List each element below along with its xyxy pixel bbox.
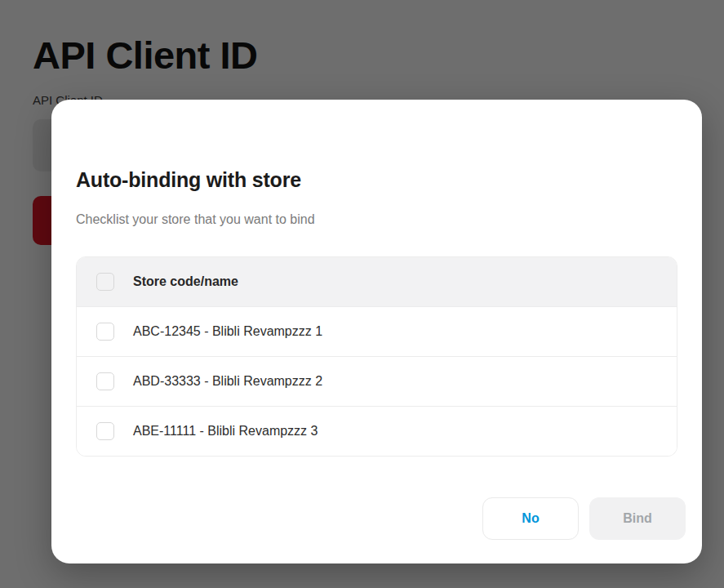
table-row: ABE-11111 - Blibli Revampzzz 3 bbox=[77, 406, 677, 456]
table-header-row: Store code/name bbox=[77, 257, 677, 306]
modal-footer: No Bind bbox=[76, 497, 686, 540]
store-label: ABC-12345 - Blibli Revampzzz 1 bbox=[133, 324, 322, 339]
modal-subtitle: Checklist your store that you want to bi… bbox=[76, 211, 677, 229]
select-all-checkbox[interactable] bbox=[96, 273, 114, 291]
table-row: ABD-33333 - Blibli Revampzzz 2 bbox=[77, 356, 677, 406]
table-row: ABC-12345 - Blibli Revampzzz 1 bbox=[77, 306, 677, 356]
bind-button[interactable]: Bind bbox=[589, 497, 686, 540]
store-label: ABE-11111 - Blibli Revampzzz 3 bbox=[133, 424, 318, 439]
auto-binding-modal: Auto-binding with store Checklist your s… bbox=[51, 100, 702, 564]
store-checkbox[interactable] bbox=[96, 422, 114, 440]
modal-title: Auto-binding with store bbox=[76, 100, 677, 193]
store-checkbox[interactable] bbox=[96, 372, 114, 390]
table-header-label: Store code/name bbox=[133, 274, 238, 289]
no-button[interactable]: No bbox=[482, 497, 579, 540]
store-checkbox[interactable] bbox=[96, 323, 114, 341]
store-label: ABD-33333 - Blibli Revampzzz 2 bbox=[133, 374, 322, 389]
store-table: Store code/name ABC-12345 - Blibli Revam… bbox=[76, 256, 677, 457]
